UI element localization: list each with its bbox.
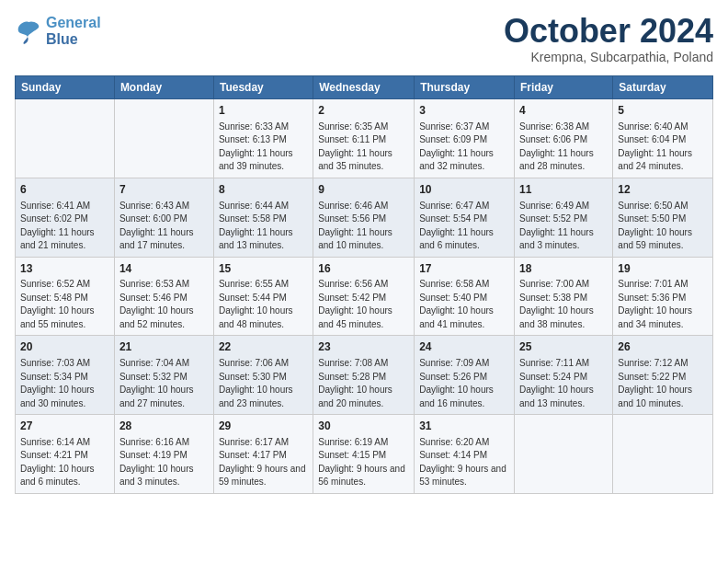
calendar-cell: 13Sunrise: 6:52 AMSunset: 5:48 PMDayligh… bbox=[16, 257, 115, 336]
calendar-cell: 28Sunrise: 6:16 AMSunset: 4:19 PMDayligh… bbox=[114, 415, 213, 494]
day-number: 16 bbox=[318, 261, 409, 277]
location-subtitle: Krempna, Subcarpathia, Poland bbox=[504, 50, 713, 64]
calendar-week-row: 27Sunrise: 6:14 AMSunset: 4:21 PMDayligh… bbox=[16, 415, 713, 494]
day-number: 8 bbox=[219, 182, 308, 198]
day-number: 14 bbox=[119, 261, 209, 277]
day-number: 1 bbox=[219, 103, 308, 119]
logo-text: General Blue bbox=[46, 15, 101, 47]
day-info: Sunrise: 6:41 AMSunset: 6:02 PMDaylight:… bbox=[20, 200, 109, 253]
day-number: 13 bbox=[20, 261, 109, 277]
day-info: Sunrise: 6:17 AMSunset: 4:17 PMDaylight:… bbox=[219, 436, 308, 489]
weekday-header: Sunday bbox=[16, 76, 115, 99]
day-info: Sunrise: 7:11 AMSunset: 5:24 PMDaylight:… bbox=[519, 357, 608, 410]
calendar-cell: 16Sunrise: 6:56 AMSunset: 5:42 PMDayligh… bbox=[313, 257, 415, 336]
day-number: 19 bbox=[618, 261, 708, 277]
calendar-cell: 7Sunrise: 6:43 AMSunset: 6:00 PMDaylight… bbox=[114, 178, 213, 257]
calendar-cell: 10Sunrise: 6:47 AMSunset: 5:54 PMDayligh… bbox=[415, 178, 515, 257]
day-number: 10 bbox=[419, 182, 509, 198]
weekday-header: Wednesday bbox=[313, 76, 415, 99]
calendar-week-row: 20Sunrise: 7:03 AMSunset: 5:34 PMDayligh… bbox=[16, 336, 713, 415]
logo-icon bbox=[15, 18, 42, 44]
calendar-cell: 30Sunrise: 6:19 AMSunset: 4:15 PMDayligh… bbox=[313, 415, 415, 494]
day-info: Sunrise: 6:37 AMSunset: 6:09 PMDaylight:… bbox=[419, 121, 509, 174]
weekday-header: Tuesday bbox=[213, 76, 313, 99]
day-info: Sunrise: 7:01 AMSunset: 5:36 PMDaylight:… bbox=[618, 278, 708, 331]
day-info: Sunrise: 6:20 AMSunset: 4:14 PMDaylight:… bbox=[419, 436, 509, 489]
day-info: Sunrise: 6:55 AMSunset: 5:44 PMDaylight:… bbox=[219, 278, 308, 331]
day-number: 7 bbox=[119, 182, 209, 198]
day-info: Sunrise: 7:00 AMSunset: 5:38 PMDaylight:… bbox=[519, 278, 608, 331]
day-info: Sunrise: 6:56 AMSunset: 5:42 PMDaylight:… bbox=[318, 278, 409, 331]
calendar-cell: 14Sunrise: 6:53 AMSunset: 5:46 PMDayligh… bbox=[114, 257, 213, 336]
day-info: Sunrise: 6:50 AMSunset: 5:50 PMDaylight:… bbox=[618, 200, 708, 253]
calendar-body: 1Sunrise: 6:33 AMSunset: 6:13 PMDaylight… bbox=[16, 99, 713, 494]
calendar-week-row: 13Sunrise: 6:52 AMSunset: 5:48 PMDayligh… bbox=[16, 257, 713, 336]
calendar-cell bbox=[515, 415, 613, 494]
calendar-cell: 26Sunrise: 7:12 AMSunset: 5:22 PMDayligh… bbox=[613, 336, 713, 415]
day-info: Sunrise: 6:46 AMSunset: 5:56 PMDaylight:… bbox=[318, 200, 409, 253]
calendar-cell bbox=[16, 99, 115, 178]
day-info: Sunrise: 6:40 AMSunset: 6:04 PMDaylight:… bbox=[618, 121, 708, 174]
calendar-cell: 24Sunrise: 7:09 AMSunset: 5:26 PMDayligh… bbox=[415, 336, 515, 415]
day-number: 21 bbox=[119, 339, 209, 355]
page-header: General Blue October 2024 Krempna, Subca… bbox=[15, 15, 713, 64]
day-info: Sunrise: 6:58 AMSunset: 5:40 PMDaylight:… bbox=[419, 278, 509, 331]
day-number: 2 bbox=[318, 103, 409, 119]
calendar-week-row: 1Sunrise: 6:33 AMSunset: 6:13 PMDaylight… bbox=[16, 99, 713, 178]
day-number: 28 bbox=[119, 419, 209, 434]
logo: General Blue bbox=[15, 15, 101, 47]
day-number: 18 bbox=[519, 261, 608, 277]
calendar-cell: 4Sunrise: 6:38 AMSunset: 6:06 PMDaylight… bbox=[515, 99, 613, 178]
day-info: Sunrise: 6:35 AMSunset: 6:11 PMDaylight:… bbox=[318, 121, 409, 174]
day-info: Sunrise: 6:43 AMSunset: 6:00 PMDaylight:… bbox=[119, 200, 209, 253]
calendar-cell: 6Sunrise: 6:41 AMSunset: 6:02 PMDaylight… bbox=[16, 178, 115, 257]
day-number: 26 bbox=[618, 339, 708, 355]
day-info: Sunrise: 6:49 AMSunset: 5:52 PMDaylight:… bbox=[519, 200, 608, 253]
calendar-cell: 17Sunrise: 6:58 AMSunset: 5:40 PMDayligh… bbox=[415, 257, 515, 336]
day-number: 9 bbox=[318, 182, 409, 198]
calendar-cell: 5Sunrise: 6:40 AMSunset: 6:04 PMDaylight… bbox=[613, 99, 713, 178]
day-info: Sunrise: 6:44 AMSunset: 5:58 PMDaylight:… bbox=[219, 200, 308, 253]
calendar-cell: 27Sunrise: 6:14 AMSunset: 4:21 PMDayligh… bbox=[16, 415, 115, 494]
day-info: Sunrise: 6:38 AMSunset: 6:06 PMDaylight:… bbox=[519, 121, 608, 174]
day-number: 5 bbox=[618, 103, 708, 119]
calendar-cell: 18Sunrise: 7:00 AMSunset: 5:38 PMDayligh… bbox=[515, 257, 613, 336]
day-info: Sunrise: 7:09 AMSunset: 5:26 PMDaylight:… bbox=[419, 357, 509, 410]
calendar-cell: 8Sunrise: 6:44 AMSunset: 5:58 PMDaylight… bbox=[213, 178, 313, 257]
calendar-cell: 2Sunrise: 6:35 AMSunset: 6:11 PMDaylight… bbox=[313, 99, 415, 178]
day-info: Sunrise: 7:06 AMSunset: 5:30 PMDaylight:… bbox=[219, 357, 308, 410]
calendar-cell: 15Sunrise: 6:55 AMSunset: 5:44 PMDayligh… bbox=[213, 257, 313, 336]
calendar-cell: 9Sunrise: 6:46 AMSunset: 5:56 PMDaylight… bbox=[313, 178, 415, 257]
day-number: 17 bbox=[419, 261, 509, 277]
day-info: Sunrise: 6:14 AMSunset: 4:21 PMDaylight:… bbox=[20, 436, 109, 489]
day-number: 22 bbox=[219, 339, 308, 355]
day-number: 29 bbox=[219, 419, 308, 434]
day-number: 31 bbox=[419, 419, 509, 434]
calendar-cell: 3Sunrise: 6:37 AMSunset: 6:09 PMDaylight… bbox=[415, 99, 515, 178]
day-number: 12 bbox=[618, 182, 708, 198]
calendar-cell: 19Sunrise: 7:01 AMSunset: 5:36 PMDayligh… bbox=[613, 257, 713, 336]
calendar-cell bbox=[613, 415, 713, 494]
calendar-cell: 31Sunrise: 6:20 AMSunset: 4:14 PMDayligh… bbox=[415, 415, 515, 494]
day-info: Sunrise: 7:08 AMSunset: 5:28 PMDaylight:… bbox=[318, 357, 409, 410]
day-info: Sunrise: 6:33 AMSunset: 6:13 PMDaylight:… bbox=[219, 121, 308, 174]
day-number: 3 bbox=[419, 103, 509, 119]
day-info: Sunrise: 7:12 AMSunset: 5:22 PMDaylight:… bbox=[618, 357, 708, 410]
day-number: 24 bbox=[419, 339, 509, 355]
title-block: October 2024 Krempna, Subcarpathia, Pola… bbox=[504, 15, 713, 64]
calendar-cell: 12Sunrise: 6:50 AMSunset: 5:50 PMDayligh… bbox=[613, 178, 713, 257]
day-number: 23 bbox=[318, 339, 409, 355]
day-number: 6 bbox=[20, 182, 109, 198]
calendar-cell bbox=[114, 99, 213, 178]
day-info: Sunrise: 6:19 AMSunset: 4:15 PMDaylight:… bbox=[318, 436, 409, 489]
day-info: Sunrise: 6:52 AMSunset: 5:48 PMDaylight:… bbox=[20, 278, 109, 331]
calendar-table: SundayMondayTuesdayWednesdayThursdayFrid… bbox=[15, 75, 713, 494]
day-info: Sunrise: 6:47 AMSunset: 5:54 PMDaylight:… bbox=[419, 200, 509, 253]
calendar-header-row: SundayMondayTuesdayWednesdayThursdayFrid… bbox=[16, 76, 713, 99]
weekday-header: Monday bbox=[114, 76, 213, 99]
day-info: Sunrise: 6:16 AMSunset: 4:19 PMDaylight:… bbox=[119, 436, 209, 489]
calendar-cell: 1Sunrise: 6:33 AMSunset: 6:13 PMDaylight… bbox=[213, 99, 313, 178]
day-number: 30 bbox=[318, 419, 409, 434]
day-number: 25 bbox=[519, 339, 608, 355]
day-number: 27 bbox=[20, 419, 109, 434]
